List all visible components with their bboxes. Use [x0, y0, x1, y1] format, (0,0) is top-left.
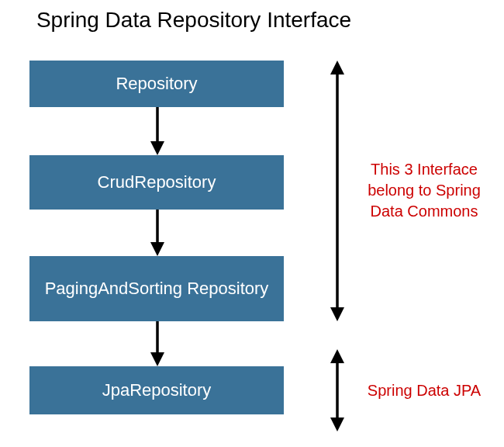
range-arrow-jpa-icon: [326, 349, 349, 431]
annotation-spring-data-commons: This 3 Interface belong to Spring Data C…: [350, 159, 498, 222]
svg-marker-1: [150, 141, 164, 155]
svg-marker-11: [330, 418, 344, 431]
down-arrow-icon: [146, 321, 169, 366]
box-paging-sorting-repository-label: PagingAndSorting Repository: [45, 279, 269, 299]
svg-marker-8: [330, 307, 344, 321]
page-title: Spring Data Repository Interface: [0, 8, 388, 33]
svg-marker-5: [150, 352, 164, 366]
box-paging-sorting-repository: PagingAndSorting Repository: [29, 256, 284, 321]
box-crud-repository: CrudRepository: [29, 155, 284, 210]
svg-marker-3: [150, 242, 164, 256]
box-repository: Repository: [29, 61, 284, 107]
down-arrow-icon: [146, 107, 169, 155]
svg-marker-9: [330, 349, 344, 363]
annotation-spring-data-jpa: Spring Data JPA: [350, 380, 498, 401]
box-jpa-repository-label: JpaRepository: [102, 380, 212, 400]
range-arrow-commons-icon: [326, 61, 349, 321]
box-repository-label: Repository: [116, 74, 197, 94]
box-crud-repository-label: CrudRepository: [98, 172, 216, 192]
down-arrow-icon: [146, 210, 169, 256]
box-jpa-repository: JpaRepository: [29, 366, 284, 414]
svg-marker-6: [330, 61, 344, 74]
